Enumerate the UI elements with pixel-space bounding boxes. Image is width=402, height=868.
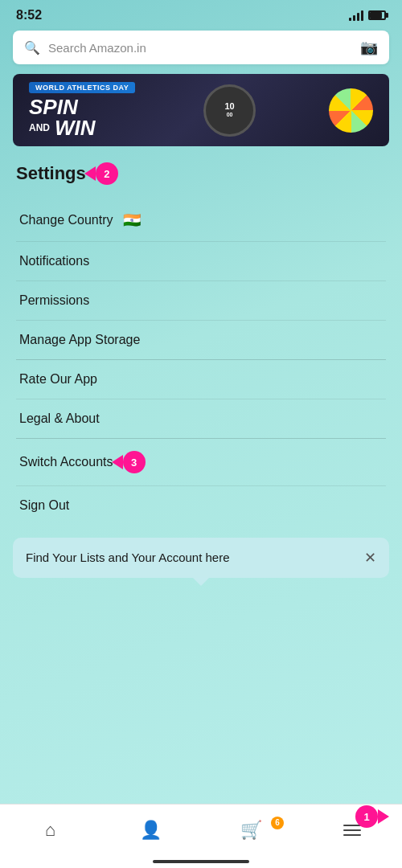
nav-menu-button[interactable] (302, 825, 402, 836)
india-flag-icon: 🇮🇳 (123, 211, 141, 229)
banner-badge: WORLD ATHLETICS DAY (29, 82, 135, 93)
status-icons (349, 10, 386, 21)
menu-item-rate-our-app[interactable]: Rate Our App (16, 360, 386, 399)
menu-item-permissions[interactable]: Permissions (16, 281, 386, 321)
menu-label-legal-about: Legal & About (19, 411, 100, 426)
signal-icon (349, 10, 363, 21)
hamburger-icon (343, 825, 361, 836)
menu-label-change-country: Change Country (19, 213, 113, 227)
camera-icon[interactable]: 📷 (360, 39, 378, 56)
menu-item-sign-out[interactable]: Sign Out (16, 486, 386, 525)
home-icon: ⌂ (45, 820, 55, 841)
cart-icon: 🛒 (240, 820, 262, 841)
menu-label-switch-accounts: Switch Accounts (19, 455, 113, 469)
menu-item-notifications[interactable]: Notifications (16, 242, 386, 281)
menu-item-manage-app-storage[interactable]: Manage App Storage (16, 321, 386, 360)
step-1-badge: 1 (355, 805, 378, 828)
step-2-badge: 2 (96, 162, 118, 185)
search-input[interactable]: Search Amazon.in (48, 41, 352, 55)
banner-wheel-image (329, 88, 373, 133)
person-icon: 👤 (140, 820, 162, 841)
menu-label-manage-app-storage: Manage App Storage (19, 333, 140, 347)
step-3-badge: 3 (123, 451, 146, 473)
status-time: 8:52 (16, 8, 42, 23)
nav-cart-button[interactable]: 🛒 6 (201, 820, 302, 841)
home-indicator (153, 860, 249, 863)
search-bar[interactable]: 🔍 Search Amazon.in 📷 (13, 31, 389, 64)
menu-item-legal-about[interactable]: Legal & About (16, 399, 386, 439)
settings-menu: Change Country 🇮🇳 Notifications Permissi… (16, 199, 386, 525)
banner-main-title: SPIN (29, 96, 78, 117)
menu-label-permissions: Permissions (19, 293, 89, 308)
menu-label-notifications: Notifications (19, 254, 89, 268)
switch-accounts-row: Switch Accounts 3 (19, 451, 146, 473)
tooltip-text: Find Your Lists and Your Account here (26, 549, 356, 566)
menu-item-switch-accounts[interactable]: Switch Accounts 3 (16, 439, 386, 486)
bottom-nav: ⌂ 👤 🛒 6 (0, 804, 402, 868)
settings-title: Settings (16, 163, 86, 184)
nav-home-button[interactable]: ⌂ (0, 820, 100, 841)
settings-header: Settings 2 (16, 162, 386, 185)
menu-label-rate-our-app: Rate Our App (19, 372, 97, 387)
tooltip-bubble: Find Your Lists and Your Account here ✕ (13, 538, 389, 578)
cart-count-badge: 6 (271, 817, 284, 829)
menu-label-sign-out: Sign Out (19, 498, 69, 513)
promo-banner[interactable]: WORLD ATHLETICS DAY SPIN AND WIN 10 00 (13, 74, 389, 146)
nav-account-button[interactable]: 👤 (100, 820, 201, 841)
battery-icon (368, 10, 386, 20)
search-icon: 🔍 (24, 40, 40, 55)
status-bar: 8:52 (0, 0, 402, 27)
menu-item-change-country[interactable]: Change Country 🇮🇳 (16, 199, 386, 242)
settings-section: Settings 2 Change Country 🇮🇳 Notificatio… (0, 162, 402, 525)
banner-text: WORLD ATHLETICS DAY SPIN AND WIN (29, 82, 135, 138)
tooltip-close-button[interactable]: ✕ (364, 549, 376, 567)
banner-watch-image: 10 00 (203, 84, 256, 137)
